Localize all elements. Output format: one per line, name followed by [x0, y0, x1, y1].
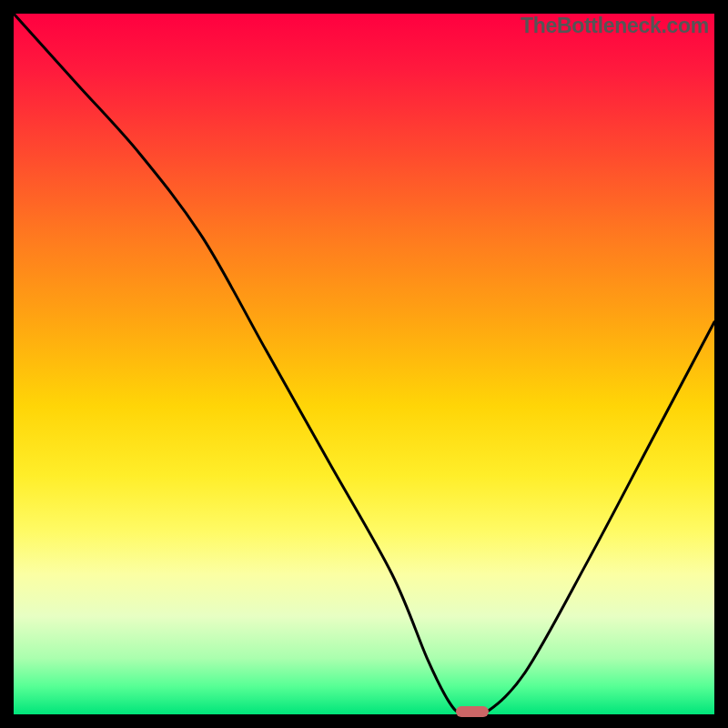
bottleneck-curve: [14, 14, 714, 714]
chart-plot-area: TheBottleneck.com: [14, 14, 714, 714]
watermark-text: TheBottleneck.com: [521, 14, 709, 38]
optimal-marker: [456, 706, 489, 717]
chart-frame: TheBottleneck.com: [0, 0, 728, 728]
curve-path: [14, 14, 714, 714]
